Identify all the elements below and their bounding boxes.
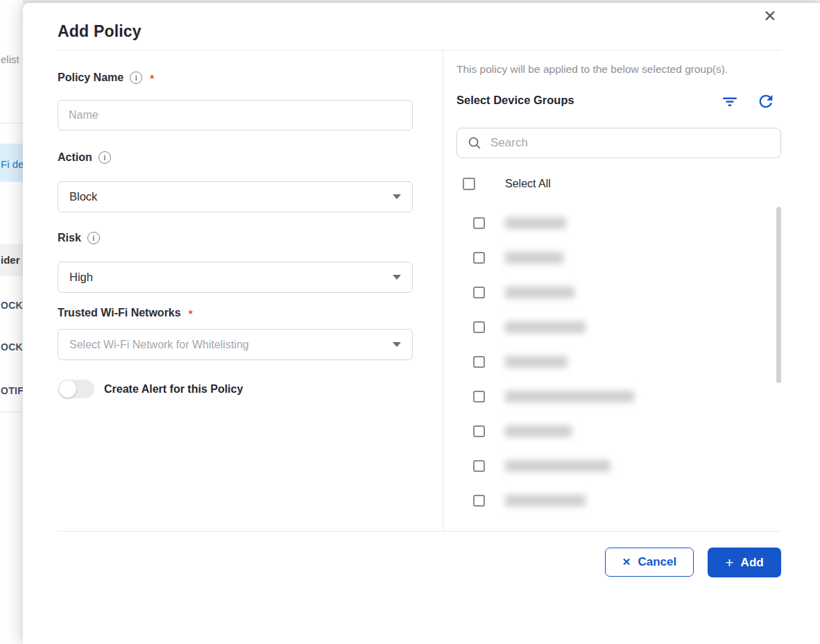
background-text-fragment: OTIFY xyxy=(1,385,23,396)
action-label-text: Action xyxy=(58,151,92,164)
device-group-name-redacted xyxy=(505,460,610,472)
device-group-row xyxy=(473,344,771,379)
device-group-checkbox[interactable] xyxy=(473,356,485,368)
device-group-list xyxy=(473,205,771,526)
trusted-wifi-label: Trusted Wi-Fi Networks * xyxy=(58,307,193,319)
risk-label-text: Risk xyxy=(58,232,81,244)
device-group-row xyxy=(473,205,771,240)
filter-icon[interactable] xyxy=(719,93,741,112)
device-group-row xyxy=(473,240,771,275)
title-divider xyxy=(58,50,781,51)
footer-divider xyxy=(58,531,781,532)
toggle-knob xyxy=(59,380,76,398)
device-group-row xyxy=(473,483,771,518)
trusted-wifi-label-text: Trusted Wi-Fi Networks xyxy=(58,307,181,319)
info-icon[interactable]: i xyxy=(99,151,111,164)
device-group-name-redacted xyxy=(505,287,574,298)
device-group-row xyxy=(473,275,771,310)
background-text-fragment: elist xyxy=(1,53,19,65)
device-group-name-redacted xyxy=(505,356,567,368)
create-alert-label: Create Alert for this Policy xyxy=(104,383,243,396)
device-group-checkbox[interactable] xyxy=(473,252,485,264)
plus-icon: + xyxy=(725,555,733,570)
cancel-button-label: Cancel xyxy=(638,555,676,569)
background-text-fragment: ider xyxy=(1,254,20,266)
device-group-name-redacted xyxy=(505,252,563,264)
list-scrollbar[interactable] xyxy=(776,207,781,383)
add-button-label: Add xyxy=(741,556,764,570)
refresh-icon-glyph xyxy=(756,92,776,111)
search-icon xyxy=(467,135,482,151)
background-divider xyxy=(0,412,21,412)
action-select[interactable]: Block xyxy=(58,181,413,212)
device-group-row xyxy=(473,310,771,344)
background-selected-row: Fi de xyxy=(0,144,23,182)
device-group-checkbox[interactable] xyxy=(473,495,485,507)
device-group-row xyxy=(473,414,771,448)
add-button[interactable]: + Add xyxy=(708,548,781,577)
risk-select[interactable]: High xyxy=(58,262,413,293)
page: elist Fi de ider OCK OCK OTIFY ✕ Add Pol… xyxy=(0,0,820,644)
device-group-checkbox[interactable] xyxy=(473,460,485,472)
chevron-down-icon xyxy=(393,194,401,199)
background-text-fragment: OCK xyxy=(1,300,23,311)
policy-name-label-text: Policy Name xyxy=(58,71,123,84)
device-group-checkbox[interactable] xyxy=(473,287,485,298)
filter-icon-glyph xyxy=(720,93,740,111)
background-text-fragment: OCK xyxy=(1,341,23,353)
modal-title: Add Policy xyxy=(58,22,142,41)
info-icon[interactable]: i xyxy=(130,71,142,84)
required-asterisk: * xyxy=(150,72,154,84)
trusted-wifi-select[interactable]: Select Wi-Fi Network for Whitelisting xyxy=(58,329,413,360)
device-group-name-redacted xyxy=(505,321,586,333)
device-group-checkbox[interactable] xyxy=(473,425,485,437)
select-all-checkbox[interactable] xyxy=(463,178,475,190)
device-group-name-redacted xyxy=(505,391,634,402)
create-alert-toggle[interactable] xyxy=(58,380,94,398)
background-table-header-row: ider xyxy=(0,244,23,276)
close-icon[interactable]: ✕ xyxy=(757,4,783,28)
policy-name-label: Policy Name i * xyxy=(58,71,154,84)
device-group-checkbox[interactable] xyxy=(473,321,485,333)
required-asterisk: * xyxy=(189,307,193,319)
groups-heading: Select Device Groups xyxy=(456,94,574,107)
chevron-down-icon xyxy=(393,275,401,280)
trusted-wifi-placeholder: Select Wi-Fi Network for Whitelisting xyxy=(69,339,387,351)
create-alert-row: Create Alert for this Policy xyxy=(58,380,243,398)
device-group-row xyxy=(473,448,771,483)
device-group-name-redacted xyxy=(505,425,572,437)
select-all-label: Select All xyxy=(505,178,551,190)
device-group-row xyxy=(473,379,771,414)
action-label: Action i xyxy=(58,151,111,164)
background-text-fragment: Fi de xyxy=(1,158,23,170)
risk-select-value: High xyxy=(69,271,387,284)
policy-name-input[interactable] xyxy=(58,100,413,130)
cancel-button[interactable]: ✕ Cancel xyxy=(605,548,694,577)
group-search-box xyxy=(456,128,781,158)
risk-label: Risk i xyxy=(58,232,100,244)
action-select-value: Block xyxy=(69,190,387,203)
device-group-name-redacted xyxy=(505,495,586,507)
device-group-name-redacted xyxy=(505,217,566,229)
chevron-down-icon xyxy=(393,342,401,347)
background-divider xyxy=(0,123,23,124)
group-search-input[interactable] xyxy=(490,136,771,150)
cancel-x-icon: ✕ xyxy=(622,556,631,568)
refresh-icon[interactable] xyxy=(755,91,777,113)
panel-divider xyxy=(443,50,443,531)
add-policy-modal: ✕ Add Policy Policy Name i * Action i Bl… xyxy=(23,3,820,644)
device-group-checkbox[interactable] xyxy=(473,391,485,402)
groups-note: This policy will be applied to the below… xyxy=(456,63,789,76)
background-page-strip: elist Fi de ider OCK OCK OTIFY xyxy=(0,0,23,644)
select-all-row: Select All xyxy=(463,178,551,190)
device-group-checkbox[interactable] xyxy=(473,217,485,229)
info-icon[interactable]: i xyxy=(87,232,100,244)
